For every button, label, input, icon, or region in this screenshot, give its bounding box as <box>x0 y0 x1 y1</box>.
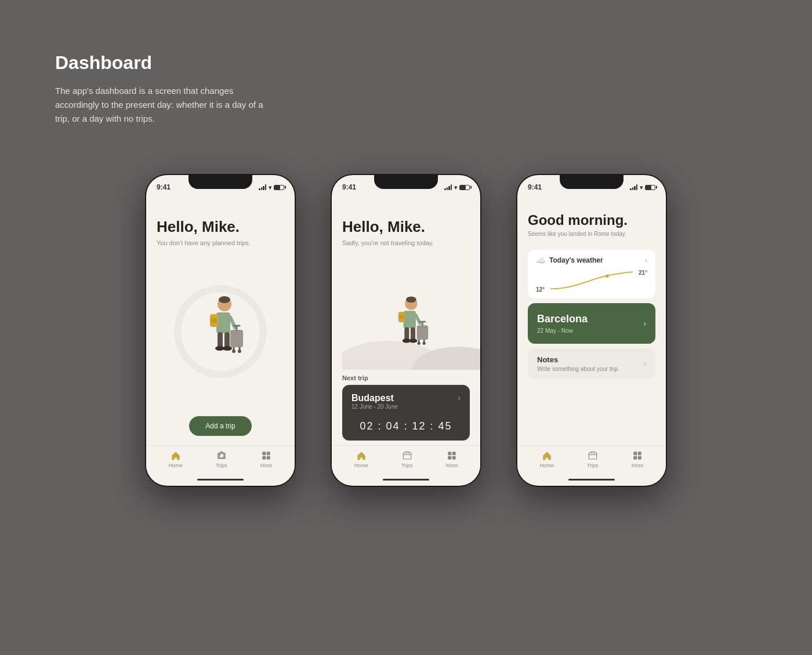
svg-rect-52 <box>638 452 641 455</box>
phone-1-illustration <box>157 246 284 416</box>
phone-3-time: 9:41 <box>528 183 542 191</box>
temp-high: 21° <box>639 270 647 276</box>
svg-rect-29 <box>404 311 416 328</box>
trip-dates: 12 June - 20 June <box>351 403 398 410</box>
phone-3-home-bar <box>517 475 666 486</box>
trip-chevron-icon: › <box>458 393 461 402</box>
temp-curve-svg <box>550 270 633 293</box>
svg-rect-2 <box>216 312 230 333</box>
nav-home[interactable]: Home <box>169 450 183 468</box>
cloud-icon: ☁️ <box>536 256 546 265</box>
nav-trips-3[interactable]: Trips <box>587 450 599 468</box>
phone-2-hello: Hello, Mike. <box>342 218 470 236</box>
svg-rect-51 <box>633 452 637 455</box>
barcelona-dates: 22 May - Now <box>537 328 588 334</box>
nav-home-label: Home <box>169 463 183 468</box>
phone-3-good-morning: Good morning. <box>528 212 655 228</box>
phone-1-hello: Hello, Mike. <box>157 218 284 236</box>
barcelona-city: Barcelona <box>537 313 588 325</box>
phone-2-time: 9:41 <box>342 183 356 191</box>
notes-subtitle: Write something about your trip. <box>537 366 619 372</box>
phone-2-notch <box>374 174 438 189</box>
svg-rect-53 <box>633 456 637 460</box>
page-title: Dashboard <box>55 52 270 74</box>
nav-trips[interactable]: Trips <box>216 450 227 468</box>
nav-more-label-2: More <box>446 463 458 468</box>
temp-low: 12° <box>536 286 545 293</box>
svg-rect-23 <box>262 456 266 460</box>
phone-1-home-bar <box>146 475 295 486</box>
add-trip-button[interactable]: Add a trip <box>189 416 251 436</box>
svg-rect-10 <box>230 330 243 347</box>
phone-1-content: Hello, Mike. You don't have any planned … <box>146 196 295 445</box>
phone-1-subtext: You don't have any planned trips. <box>157 239 284 246</box>
phone-2-illustration <box>342 246 470 370</box>
phone-2-greeting: Hello, Mike. Sadly, you're not traveling… <box>342 218 470 246</box>
nav-trips-label-3: Trips <box>587 463 599 468</box>
traveler-figure-2 <box>383 294 429 358</box>
phone-3: 9:41 ▾ Good morning. Seems like you land… <box>516 174 667 487</box>
phone-2-bottom-nav: Home Trips <box>332 445 480 475</box>
notes-card[interactable]: Notes Write something about your trip. › <box>528 348 655 379</box>
nav-more-3[interactable]: More <box>632 450 644 468</box>
nav-more[interactable]: More <box>260 450 273 468</box>
nav-more-label-3: More <box>632 463 644 468</box>
phones-container: 9:41 ▾ Hello, Mike. You don't have any p… <box>0 174 812 487</box>
phone-1-notch <box>188 174 252 189</box>
svg-point-16 <box>238 350 241 353</box>
phone-1-time: 9:41 <box>157 183 171 191</box>
nav-home-label-2: Home <box>354 463 368 468</box>
home-icon-2 <box>356 450 367 461</box>
svg-rect-21 <box>262 452 266 455</box>
battery-icon <box>274 185 284 190</box>
trips-icon-2 <box>402 450 412 461</box>
page-description: The app's dashboard is a screen that cha… <box>55 84 270 126</box>
trips-icon-3 <box>588 450 598 461</box>
svg-point-35 <box>409 339 417 343</box>
notes-chevron-icon: › <box>644 360 646 368</box>
svg-rect-46 <box>452 452 456 455</box>
svg-rect-31 <box>399 315 404 318</box>
home-icon-3 <box>542 450 552 461</box>
weather-card[interactable]: ☁️ Today's weather › 12° 21° <box>528 250 655 299</box>
trip-card[interactable]: Budapest 12 June - 20 June › 02 : 04 : 1… <box>342 385 470 441</box>
weather-chart: 12° 21° <box>536 270 647 293</box>
traveler-figure <box>194 294 246 369</box>
svg-rect-17 <box>220 452 222 453</box>
more-icon-3 <box>632 450 643 461</box>
phone-1-greeting: Hello, Mike. You don't have any planned … <box>157 218 284 246</box>
svg-point-15 <box>232 350 235 353</box>
svg-point-43 <box>422 342 425 345</box>
nav-more-label: More <box>260 463 273 468</box>
nav-trips-2[interactable]: Trips <box>401 450 413 468</box>
phone-3-notch <box>560 174 624 189</box>
nav-home-2[interactable]: Home <box>354 450 368 468</box>
signal-icon-2 <box>444 184 452 190</box>
svg-rect-22 <box>267 452 270 455</box>
weather-chevron-icon: › <box>645 256 647 264</box>
nav-trips-label-2: Trips <box>401 463 413 468</box>
svg-rect-5 <box>217 332 223 348</box>
svg-point-8 <box>223 346 232 351</box>
svg-rect-20 <box>218 454 220 456</box>
phone-3-content: Good morning. Seems like you landed in R… <box>517 196 666 445</box>
weather-title-row: ☁️ Today's weather <box>536 256 603 265</box>
notes-title: Notes <box>537 355 619 364</box>
home-icon <box>171 450 181 461</box>
barcelona-card[interactable]: Barcelona 22 May - Now › <box>528 303 655 344</box>
nav-home-3[interactable]: Home <box>540 450 554 468</box>
wifi-icon: ▾ <box>269 184 271 191</box>
nav-more-2[interactable]: More <box>446 450 458 468</box>
phone-2-status-icons: ▾ <box>444 184 470 191</box>
svg-rect-37 <box>417 325 429 340</box>
svg-rect-24 <box>267 456 270 460</box>
barcelona-chevron-icon: › <box>643 319 646 328</box>
phone-2-home-bar <box>332 475 480 486</box>
svg-rect-6 <box>224 332 230 348</box>
phone-3-subtext: Seems like you landed in Rome today. <box>528 231 655 237</box>
phone-1-bottom-nav: Home Trips <box>146 445 295 475</box>
signal-icon-3 <box>630 184 637 190</box>
trip-city: Budapest <box>351 393 398 403</box>
svg-rect-54 <box>638 456 641 460</box>
nav-trips-label: Trips <box>216 463 227 468</box>
